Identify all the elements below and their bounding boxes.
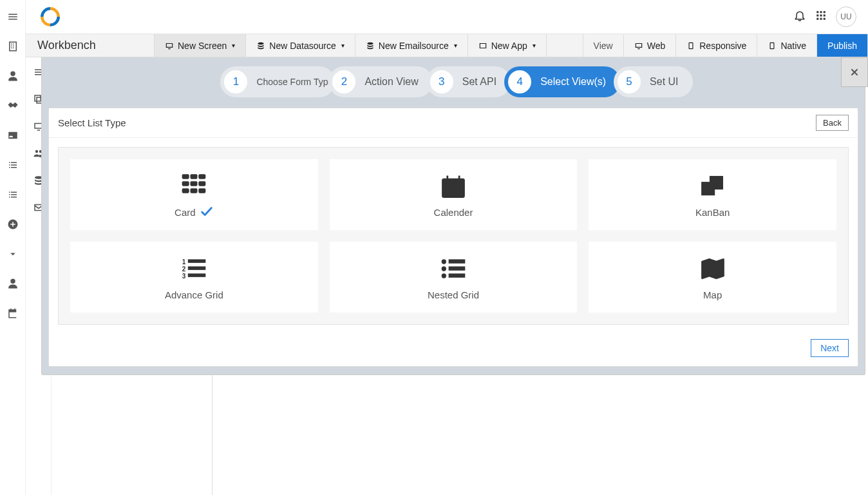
- tile-map[interactable]: Map: [589, 242, 836, 313]
- caret-down-icon: ▾: [454, 43, 457, 49]
- user-icon[interactable]: [5, 68, 21, 84]
- step-label: Set API: [462, 76, 496, 88]
- tile-label: Map: [703, 289, 722, 300]
- panel-heading: Select List Type: [58, 117, 126, 128]
- svg-rect-12: [182, 181, 189, 186]
- svg-rect-13: [191, 181, 198, 186]
- wizard-stepper: 1 Choose Form Type 2 Action View 3 Set A…: [42, 57, 865, 108]
- select-view-panel: Select List Type Back Card: [48, 108, 858, 367]
- new-datasource-button[interactable]: New Datasource▾: [246, 34, 355, 57]
- device-responsive-button[interactable]: Responsive: [676, 34, 757, 57]
- building-icon[interactable]: [5, 39, 21, 54]
- new-emailsource-label: New Emailsource: [379, 41, 449, 51]
- back-button[interactable]: Back: [816, 115, 849, 131]
- step-label: Set UI: [650, 76, 678, 88]
- svg-rect-1: [820, 11, 822, 13]
- svg-text:1: 1: [182, 258, 186, 265]
- svg-rect-6: [816, 18, 818, 20]
- svg-rect-15: [182, 188, 189, 193]
- device-web-button[interactable]: Web: [624, 34, 677, 57]
- tile-calendar[interactable]: Calender: [330, 159, 578, 230]
- new-emailsource-button[interactable]: New Emailsource▾: [355, 34, 468, 57]
- step-label: Choose Form Type: [256, 77, 321, 87]
- map-icon: [699, 255, 727, 283]
- list-alt-icon[interactable]: [5, 187, 21, 202]
- svg-rect-24: [188, 266, 206, 270]
- device-native-button[interactable]: Native: [757, 34, 817, 57]
- device-responsive-label: Responsive: [699, 41, 746, 51]
- svg-rect-3: [816, 15, 818, 17]
- wizard-step-1[interactable]: 1 Choose Form Type: [220, 66, 335, 97]
- new-screen-label: New Screen: [178, 41, 227, 51]
- wizard-step-3[interactable]: 3 Set API: [426, 66, 511, 97]
- svg-rect-16: [191, 188, 198, 193]
- publish-label: Publish: [827, 41, 857, 51]
- tile-label: KanBan: [695, 207, 730, 218]
- card-grid-icon: [180, 170, 208, 198]
- svg-rect-9: [182, 174, 189, 179]
- tile-label: Card: [175, 207, 196, 218]
- tile-label: Nested Grid: [428, 289, 479, 300]
- svg-rect-5: [824, 15, 826, 17]
- new-app-button[interactable]: New App▾: [468, 34, 547, 57]
- wizard-step-4[interactable]: 4 Select View(s): [504, 66, 620, 97]
- workbench-title: Workbench: [26, 34, 155, 57]
- tile-card[interactable]: Card: [70, 159, 318, 230]
- handshake-icon[interactable]: [5, 98, 21, 113]
- next-button[interactable]: Next: [811, 339, 849, 357]
- svg-rect-20: [710, 177, 722, 188]
- wizard-step-5[interactable]: 5 Set UI: [614, 66, 692, 97]
- check-icon: [200, 204, 214, 220]
- bulleted-list-icon: [439, 255, 467, 283]
- svg-rect-11: [199, 174, 206, 179]
- new-screen-button[interactable]: New Screen▾: [155, 34, 246, 57]
- step-label: Select View(s): [540, 76, 606, 88]
- svg-rect-22: [188, 259, 206, 263]
- bell-icon[interactable]: [793, 9, 806, 24]
- caret-down-icon: ▾: [232, 43, 235, 49]
- svg-rect-14: [199, 181, 206, 186]
- wizard-step-2[interactable]: 2 Action View: [328, 66, 432, 97]
- svg-rect-4: [820, 15, 822, 17]
- new-datasource-label: New Datasource: [269, 41, 336, 51]
- calendar-small-icon[interactable]: [5, 306, 21, 321]
- tile-kanban[interactable]: KanBan: [589, 159, 836, 230]
- user2-icon[interactable]: [5, 276, 21, 291]
- device-native-label: Native: [780, 41, 806, 51]
- tile-advance-grid[interactable]: 123 Advance Grid: [70, 242, 318, 313]
- publish-button[interactable]: Publish: [817, 34, 868, 57]
- ribbon: Workbench New Screen▾ New Datasource▾ Ne…: [26, 34, 868, 57]
- tile-label: Advance Grid: [165, 289, 223, 300]
- kanban-icon: [699, 172, 727, 200]
- add-circle-icon[interactable]: [5, 217, 21, 232]
- svg-rect-26: [188, 273, 206, 277]
- svg-rect-0: [816, 11, 818, 13]
- chevron-down-icon[interactable]: [5, 246, 21, 262]
- svg-point-31: [442, 273, 446, 278]
- step-number: 5: [618, 70, 641, 93]
- new-app-label: New App: [491, 41, 527, 51]
- numbered-list-icon: 123: [180, 255, 208, 283]
- wizard-modal: 1 Choose Form Type 2 Action View 3 Set A…: [41, 57, 865, 375]
- primary-rail: [0, 0, 26, 495]
- user-avatar[interactable]: UU: [836, 6, 856, 27]
- caret-down-icon: ▾: [533, 43, 536, 49]
- close-modal-button[interactable]: [841, 57, 868, 87]
- svg-point-29: [442, 266, 446, 271]
- svg-rect-10: [191, 174, 198, 179]
- apps-grid-icon[interactable]: [815, 10, 827, 24]
- view-label: View: [583, 34, 624, 57]
- step-number: 4: [508, 70, 531, 93]
- svg-rect-17: [199, 188, 206, 193]
- step-number: 1: [224, 70, 247, 93]
- svg-rect-28: [449, 259, 466, 263]
- svg-rect-30: [449, 266, 466, 270]
- id-card-icon[interactable]: [5, 128, 21, 143]
- list-icon[interactable]: [5, 157, 21, 173]
- menu-icon[interactable]: [5, 9, 21, 24]
- step-label: Action View: [364, 76, 418, 88]
- svg-point-27: [442, 259, 446, 264]
- tile-nested-grid[interactable]: Nested Grid: [330, 242, 578, 313]
- list-type-grid: Card Calender: [58, 147, 849, 325]
- svg-rect-18: [442, 179, 464, 197]
